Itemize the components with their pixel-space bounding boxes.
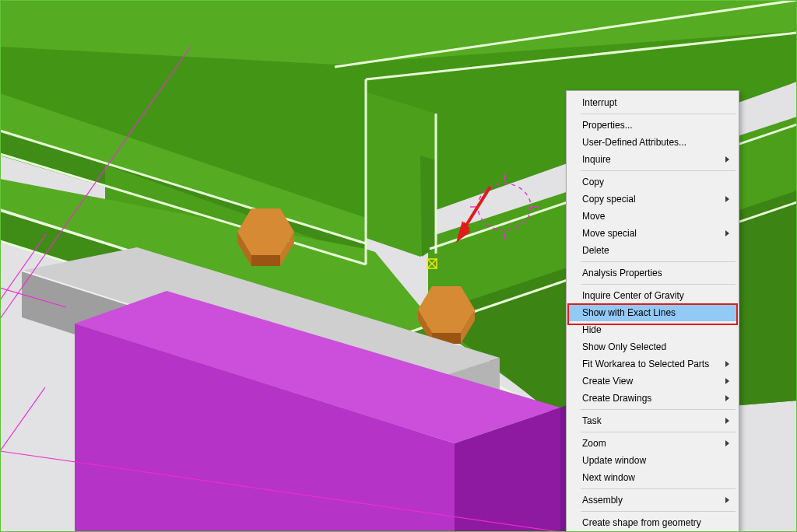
context-menu-item[interactable]: Move special [568,225,737,242]
context-menu-item[interactable]: Task [568,412,737,429]
context-menu-separator [581,114,736,114]
context-menu-item-label: Analysis Properties [582,268,729,278]
context-menu-item[interactable]: Assembly [568,492,737,509]
context-menu-item[interactable]: Copy special [568,191,737,208]
context-menu-separator [581,432,736,432]
context-menu-separator [581,261,736,262]
context-menu-item-label: Task [582,415,721,426]
context-menu-item[interactable]: Create View [568,373,737,390]
chevron-right-icon [725,440,729,446]
context-menu-item-label: Inquire Center of Gravity [582,290,729,301]
context-menu-item-label: Interrupt [582,97,729,108]
context-menu-item-label: User-Defined Attributes... [582,137,729,148]
context-menu-item[interactable]: Interrupt [568,94,737,111]
context-menu-item-label: Create shape from geometry [582,517,729,528]
context-menu-item-label: Properties... [582,120,729,131]
context-menu-item-label: Zoom [582,438,721,449]
context-menu-separator [581,488,736,489]
context-menu-item[interactable]: Show Only Selected [568,338,737,355]
context-menu-separator [581,284,736,285]
context-menu-item-label: Hide [582,324,729,335]
context-menu-item[interactable]: Update window [568,452,737,469]
chevron-right-icon [725,378,729,384]
context-menu-item-label: Assembly [582,495,721,506]
context-menu-item-label: Delete [582,245,729,256]
context-menu-item[interactable]: Create shape from geometry [568,514,737,531]
context-menu-item[interactable]: Create Drawings [568,390,737,407]
context-menu-item[interactable]: Move [568,208,737,225]
chevron-right-icon [725,230,729,236]
context-menu-item[interactable]: Copy [568,173,737,191]
context-menu-item-label: Update window [582,455,729,466]
chevron-right-icon [725,395,729,401]
chevron-right-icon [725,418,729,424]
context-menu-item-label: Fit Workarea to Selected Parts [582,359,721,369]
context-menu-item[interactable]: Inquire Center of Gravity [568,287,737,304]
context-menu-item[interactable]: Hide [568,321,737,338]
context-menu-item-label: Inquire [582,154,721,165]
context-menu-item[interactable]: Delete [568,242,737,259]
context-menu-item-label: Move [582,211,729,222]
chevron-right-icon [725,196,729,202]
context-menu-item-label: Show with Exact Lines [582,307,729,318]
chevron-right-icon [725,497,729,503]
svg-line-22 [0,387,45,451]
chevron-right-icon [725,361,729,367]
beam-endplate-fillet [420,156,436,257]
context-menu-item-label: Show Only Selected [582,341,729,352]
context-menu-separator [581,511,736,512]
context-menu-item[interactable]: Show with Exact Lines [568,304,737,321]
context-menu[interactable]: InterruptProperties...User-Defined Attri… [566,90,739,532]
cad-viewport-root: InterruptProperties...User-Defined Attri… [0,0,797,532]
context-menu-item[interactable]: Fit Workarea to Selected Parts [568,355,737,373]
context-menu-item-label: Create View [582,376,721,387]
context-menu-separator [581,170,736,171]
context-menu-item-label: Move special [582,228,721,239]
context-menu-item-label: Next window [582,472,729,483]
context-menu-item[interactable]: Inquire [568,151,737,168]
context-menu-item[interactable]: User-Defined Attributes... [568,134,737,151]
context-menu-separator [581,409,736,410]
chevron-right-icon [725,156,729,163]
svg-marker-13 [251,255,280,266]
context-menu-item-label: Copy special [582,194,721,205]
context-menu-item[interactable]: Properties... [568,117,737,134]
context-menu-item-label: Create Drawings [582,393,721,404]
context-menu-item[interactable]: Zoom [568,435,737,452]
context-menu-item-label: Copy [582,177,729,187]
context-menu-item[interactable]: Analysis Properties [568,264,737,282]
context-menu-item[interactable]: Next window [568,469,737,486]
